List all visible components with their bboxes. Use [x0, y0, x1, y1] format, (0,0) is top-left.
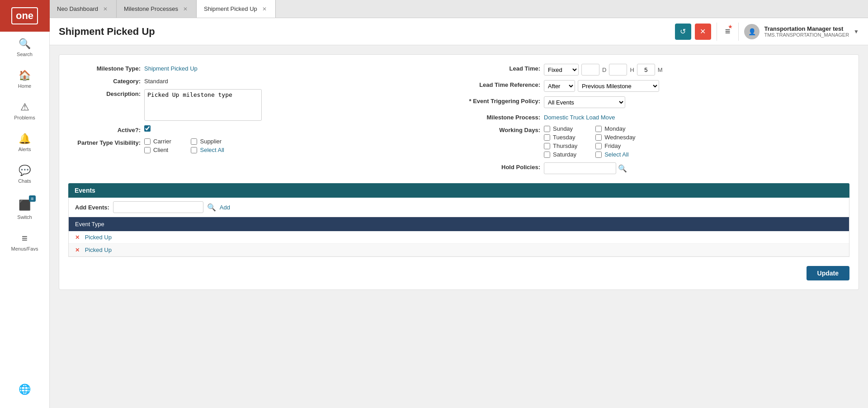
- events-table-body: ✕ Picked Up ✕ Picked Up: [69, 231, 849, 256]
- working-days-label: Working Days:: [468, 125, 540, 133]
- sidebar-label-menus: Menus/Favs: [11, 246, 38, 251]
- select-all-days-label[interactable]: Select All: [604, 151, 628, 158]
- event-extra-cell-2: [689, 244, 849, 256]
- events-table-header-row: Event Type: [69, 217, 849, 231]
- problems-icon: ⚠: [20, 101, 29, 113]
- category-row: Category: Standard: [68, 76, 450, 85]
- events-body: Add Events: 🔍 Add Event Type: [68, 198, 849, 257]
- chats-icon: 💬: [19, 165, 31, 176]
- lead-time-d-input[interactable]: [581, 64, 599, 76]
- sidebar-item-chats[interactable]: 💬 Chats: [0, 158, 49, 190]
- tab-close-shipment-picked-up[interactable]: ✕: [261, 5, 268, 13]
- milestone-type-value[interactable]: Shipment Picked Up: [144, 64, 198, 72]
- tab-shipment-picked-up[interactable]: Shipment Picked Up ✕: [197, 0, 276, 18]
- category-value: Standard: [144, 76, 168, 85]
- header-menu-button[interactable]: ≡ ★: [722, 24, 733, 39]
- hold-policies-input[interactable]: [544, 162, 616, 174]
- lead-time-m-input[interactable]: [637, 64, 655, 76]
- monday-checkbox[interactable]: [595, 126, 602, 132]
- tab-label-milestone-processes: Milestone Processes: [124, 5, 178, 12]
- lead-time-h-unit: H: [630, 66, 634, 73]
- lead-time-type-select[interactable]: Fixed Variable: [544, 64, 579, 76]
- tuesday-label: Tuesday: [553, 134, 575, 141]
- select-all-left-checkbox[interactable]: [191, 147, 197, 153]
- search-icon: 🔍: [19, 38, 31, 50]
- description-textarea[interactable]: Picked Up milestone type: [144, 89, 262, 121]
- sidebar-item-alerts[interactable]: 🔔 Alerts: [0, 127, 49, 158]
- header-separator2: [738, 23, 739, 41]
- app-logo[interactable]: one: [0, 0, 50, 32]
- milestone-type-label: Milestone Type:: [68, 64, 141, 72]
- refresh-button[interactable]: ↺: [675, 24, 691, 40]
- update-button[interactable]: Update: [807, 266, 849, 280]
- tab-close-milestone-processes[interactable]: ✕: [182, 5, 189, 13]
- saturday-wrapper: Saturday: [544, 151, 577, 158]
- sidebar-item-home[interactable]: 🏠 Home: [0, 63, 49, 95]
- saturday-checkbox[interactable]: [544, 152, 550, 158]
- friday-checkbox[interactable]: [595, 143, 602, 149]
- lead-time-milestone-select[interactable]: Previous Milestone Next Milestone: [578, 80, 659, 92]
- sidebar-label-search: Search: [17, 52, 33, 57]
- milestone-type-row: Milestone Type: Shipment Picked Up: [68, 64, 450, 72]
- add-events-label: Add Events:: [75, 204, 109, 211]
- tab-close-neo-dashboard[interactable]: ✕: [102, 5, 109, 13]
- switch-badge: ≡: [29, 195, 35, 202]
- delete-row-1-button[interactable]: ✕: [75, 234, 80, 241]
- client-checkbox-wrapper: Client: [144, 147, 177, 153]
- user-section[interactable]: 👤 Transportation Manager test TMS.TRANSP…: [744, 24, 859, 39]
- event-type-cell-1: ✕ Picked Up: [69, 231, 689, 244]
- supplier-checkbox-wrapper: Supplier: [191, 138, 224, 145]
- event-type-value-1[interactable]: Picked Up: [85, 234, 112, 241]
- form-right: Lead Time: Fixed Variable D H M: [468, 64, 849, 174]
- partner-types-grid: Carrier Supplier Client: [144, 138, 224, 153]
- table-row: ✕ Picked Up: [69, 231, 849, 244]
- close-page-button[interactable]: ✕: [695, 24, 711, 40]
- tab-label-neo-dashboard: Neo Dashboard: [57, 5, 98, 12]
- form-footer: Update: [68, 266, 849, 280]
- sidebar: one 🔍 Search 🏠 Home ⚠ Problems 🔔 Alerts …: [0, 0, 50, 408]
- tab-neo-dashboard[interactable]: Neo Dashboard ✕: [50, 0, 117, 18]
- tuesday-checkbox[interactable]: [544, 134, 550, 141]
- carrier-checkbox[interactable]: [144, 138, 151, 145]
- wednesday-wrapper: Wednesday: [595, 134, 635, 141]
- event-triggering-select[interactable]: All Events First Event Last Event: [544, 96, 625, 108]
- delete-row-2-button[interactable]: ✕: [75, 247, 80, 253]
- active-checkbox[interactable]: [144, 125, 151, 132]
- events-section: Events Add Events: 🔍 Add Event Type: [68, 183, 849, 257]
- active-label: Active?:: [68, 125, 141, 133]
- globe-icon: 🌐: [19, 384, 31, 395]
- sunday-wrapper: Sunday: [544, 125, 577, 132]
- sidebar-label-alerts: Alerts: [18, 147, 31, 152]
- sidebar-item-globe[interactable]: 🌐: [15, 377, 34, 403]
- supplier-checkbox[interactable]: [191, 138, 197, 145]
- milestone-process-value[interactable]: Domestic Truck Load Move: [544, 113, 615, 121]
- event-type-value-2[interactable]: Picked Up: [85, 247, 112, 253]
- client-checkbox[interactable]: [144, 147, 151, 153]
- select-all-left-label[interactable]: Select All: [200, 147, 224, 153]
- event-triggering-label: * Event Triggering Policy:: [468, 96, 540, 104]
- add-events-button[interactable]: Add: [220, 204, 230, 211]
- hold-policies-row: Hold Policies: 🔍: [468, 162, 849, 174]
- sidebar-bottom: 🌐: [15, 377, 34, 408]
- tab-label-shipment-picked-up: Shipment Picked Up: [204, 5, 257, 12]
- sidebar-item-switch[interactable]: ⬛ ≡ Switch: [0, 190, 49, 226]
- sidebar-item-menus[interactable]: ≡ Menus/Favs: [0, 226, 49, 258]
- thursday-checkbox[interactable]: [544, 143, 550, 149]
- sidebar-item-search[interactable]: 🔍 Search: [0, 32, 49, 63]
- carrier-label: Carrier: [153, 138, 171, 145]
- user-info: Transportation Manager test TMS.TRANSPOR…: [764, 25, 849, 38]
- friday-label: Friday: [604, 142, 621, 149]
- lead-time-after-select[interactable]: After Before: [544, 80, 575, 92]
- sunday-checkbox[interactable]: [544, 126, 550, 132]
- menus-icon: ≡: [22, 232, 28, 244]
- sidebar-item-problems[interactable]: ⚠ Problems: [0, 95, 49, 127]
- lead-time-h-input[interactable]: [609, 64, 627, 76]
- select-all-days-checkbox[interactable]: [595, 152, 602, 158]
- hold-policies-search-button[interactable]: 🔍: [618, 164, 627, 173]
- event-type-column-header: Event Type: [69, 217, 689, 231]
- select-all-left-wrapper: Select All: [191, 147, 224, 153]
- tab-milestone-processes[interactable]: Milestone Processes ✕: [117, 0, 197, 18]
- category-label: Category:: [68, 76, 141, 85]
- add-events-input[interactable]: [113, 201, 203, 213]
- wednesday-checkbox[interactable]: [595, 134, 602, 141]
